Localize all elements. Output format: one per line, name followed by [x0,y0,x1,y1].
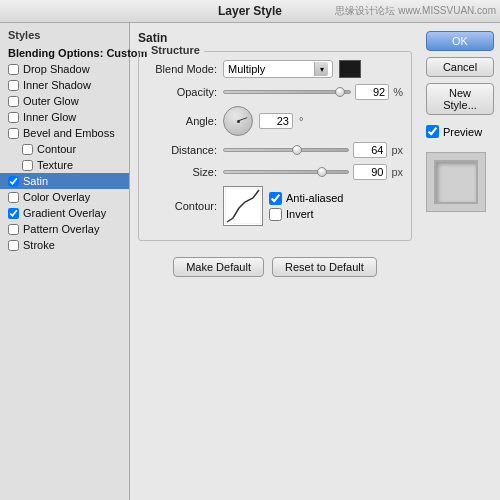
distance-slider-container: px [223,142,403,158]
size-unit: px [391,166,403,178]
sidebar-item-outer-glow[interactable]: Outer Glow [0,93,129,109]
sidebar-checkbox-texture[interactable] [22,160,33,171]
dialog-title: Layer Style [218,4,282,18]
cancel-button[interactable]: Cancel [426,57,494,77]
sidebar-checkbox-stroke[interactable] [8,240,19,251]
sidebar-item-drop-shadow[interactable]: Drop Shadow [0,61,129,77]
invert-label: Invert [286,208,314,220]
anti-aliased-checkbox[interactable] [269,192,282,205]
size-slider-container: px [223,164,403,180]
sidebar-item-pattern-overlay[interactable]: Pattern Overlay [0,221,129,237]
sidebar-checkbox-satin[interactable] [8,176,19,187]
sidebar-label-outer-glow: Outer Glow [23,95,79,107]
ok-button[interactable]: OK [426,31,494,51]
blend-mode-value: Multiply [228,63,314,75]
invert-row: Invert [269,208,343,221]
contour-preview[interactable] [223,186,263,226]
sidebar-item-stroke[interactable]: Stroke [0,237,129,253]
opacity-row: Opacity: % [147,84,403,100]
size-label: Size: [147,166,217,178]
sidebar-label-satin: Satin [23,175,48,187]
anti-aliased-row: Anti-aliased [269,192,343,205]
sidebar-item-color-overlay[interactable]: Color Overlay [0,189,129,205]
sidebar-item-gradient-overlay[interactable]: Gradient Overlay [0,205,129,221]
reset-to-default-button[interactable]: Reset to Default [272,257,377,277]
structure-label: Structure [147,44,204,56]
sidebar-checkbox-inner-glow[interactable] [8,112,19,123]
distance-unit: px [391,144,403,156]
main-panel: Satin Structure Blend Mode: Multiply ▾ O… [130,23,420,500]
angle-row: Angle: ° [147,106,403,136]
new-style-button[interactable]: New Style... [426,83,494,115]
angle-input[interactable] [259,113,293,129]
sidebar-label-blending-options: Blending Options: Custom [8,47,147,59]
preview-checkbox[interactable] [426,125,439,138]
sidebar-checkbox-gradient-overlay[interactable] [8,208,19,219]
opacity-slider-track[interactable] [223,90,351,94]
angle-label: Angle: [147,115,217,127]
preview-box [426,152,486,212]
right-buttons-panel: OK Cancel New Style... Preview [420,23,500,500]
blend-mode-dropdown[interactable]: Multiply ▾ [223,60,333,78]
sidebar-title: Styles [0,27,129,45]
sidebar-checkbox-pattern-overlay[interactable] [8,224,19,235]
size-row: Size: px [147,164,403,180]
bottom-buttons: Make Default Reset to Default [138,257,412,277]
size-slider-track[interactable] [223,170,349,174]
sidebar-label-drop-shadow: Drop Shadow [23,63,90,75]
sidebar-item-texture[interactable]: Texture [0,157,129,173]
sidebar-item-satin[interactable]: Satin [0,173,129,189]
sidebar-label-stroke: Stroke [23,239,55,251]
contour-label: Contour: [147,200,217,212]
sidebar-label-inner-glow: Inner Glow [23,111,76,123]
dropdown-arrow-icon[interactable]: ▾ [314,62,328,76]
blend-mode-color-swatch[interactable] [339,60,361,78]
anti-aliased-label: Anti-aliased [286,192,343,204]
sidebar-checkbox-drop-shadow[interactable] [8,64,19,75]
sidebar-item-blending-options[interactable]: Blending Options: Custom [0,45,129,61]
opacity-label: Opacity: [147,86,217,98]
sidebar-label-texture: Texture [37,159,73,171]
sidebar-checkbox-contour[interactable] [22,144,33,155]
preview-inner [434,160,478,204]
sidebar-label-inner-shadow: Inner Shadow [23,79,91,91]
section-title: Satin [138,31,412,45]
sidebar-item-bevel-emboss[interactable]: Bevel and Emboss [0,125,129,141]
opacity-slider-container: % [223,84,403,100]
sidebar-label-pattern-overlay: Pattern Overlay [23,223,99,235]
sidebar-item-contour[interactable]: Contour [0,141,129,157]
angle-unit: ° [299,115,303,127]
sidebar-checkbox-outer-glow[interactable] [8,96,19,107]
blend-mode-label: Blend Mode: [147,63,217,75]
sidebar-checkbox-color-overlay[interactable] [8,192,19,203]
opacity-unit: % [393,86,403,98]
distance-slider-thumb[interactable] [292,145,302,155]
sidebar-label-gradient-overlay: Gradient Overlay [23,207,106,219]
blend-mode-row: Blend Mode: Multiply ▾ [147,60,403,78]
sidebar-label-bevel-emboss: Bevel and Emboss [23,127,115,139]
contour-row: Contour: Anti-aliased [147,186,403,226]
sidebar-item-inner-glow[interactable]: Inner Glow [0,109,129,125]
size-input[interactable] [353,164,387,180]
contour-curve-svg [225,188,261,224]
sidebar-checkbox-bevel-emboss[interactable] [8,128,19,139]
distance-row: Distance: px [147,142,403,158]
distance-slider-track[interactable] [223,148,349,152]
sidebar-label-color-overlay: Color Overlay [23,191,90,203]
sidebar-item-inner-shadow[interactable]: Inner Shadow [0,77,129,93]
distance-label: Distance: [147,144,217,156]
opacity-input[interactable] [355,84,389,100]
opacity-slider-thumb[interactable] [335,87,345,97]
structure-group: Structure Blend Mode: Multiply ▾ Opacity… [138,51,412,241]
distance-input[interactable] [353,142,387,158]
size-slider-thumb[interactable] [317,167,327,177]
preview-label: Preview [443,126,482,138]
dial-needle [238,117,248,121]
sidebar-checkbox-inner-shadow[interactable] [8,80,19,91]
invert-checkbox[interactable] [269,208,282,221]
sidebar-label-contour: Contour [37,143,76,155]
watermark: 思缘设计论坛 www.MISSVUAN.com [335,0,496,22]
angle-dial[interactable] [223,106,253,136]
make-default-button[interactable]: Make Default [173,257,264,277]
preview-check-row: Preview [426,125,494,138]
